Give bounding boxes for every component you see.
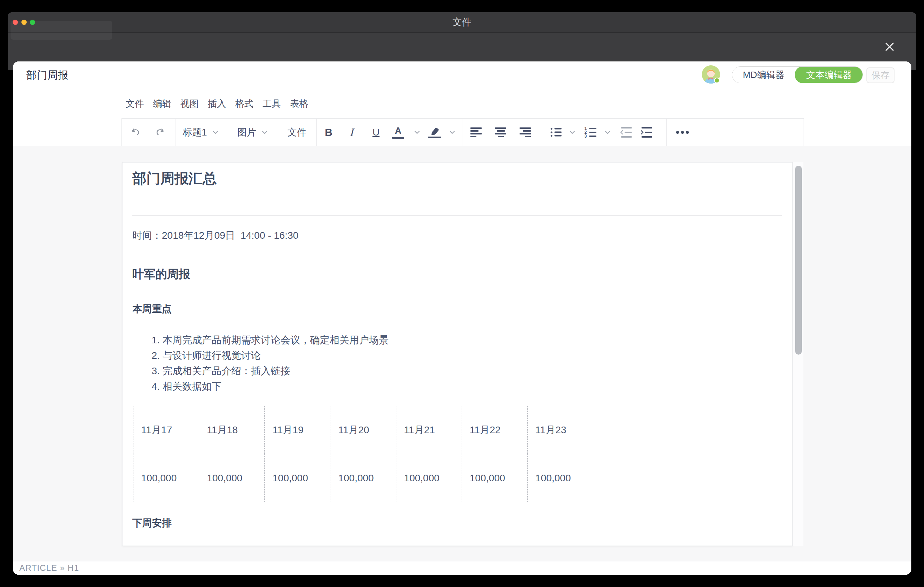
redo-icon — [155, 127, 165, 137]
redo-button[interactable] — [155, 127, 165, 137]
breadcrumb: ARTICLE » H1 — [19, 563, 79, 573]
table-cell[interactable]: 11月21 — [396, 406, 462, 454]
toolbar-divider — [175, 119, 176, 146]
editor-mode-switch: MD编辑器 文本编辑器 — [732, 66, 863, 83]
menu-edit[interactable]: 编辑 — [153, 97, 171, 110]
doc-title: 部门周报汇总 — [132, 170, 216, 187]
table-cell[interactable]: 11月19 — [265, 406, 330, 454]
menu-view[interactable]: 视图 — [180, 97, 199, 110]
bullet-list-icon — [551, 128, 562, 137]
list-item: 相关数据如下 — [163, 379, 389, 394]
list-item: 与设计师进行视觉讨论 — [163, 348, 389, 363]
align-center-button[interactable] — [495, 127, 506, 137]
doc-divider — [132, 255, 782, 255]
align-right-button[interactable] — [520, 127, 531, 137]
toolbar-divider — [540, 119, 540, 146]
doc-divider — [132, 215, 782, 216]
chevron-down-icon — [262, 130, 267, 134]
doc-focus-list: 本周完成产品前期需求讨论会议，确定相关用户场景 与设计师进行视觉讨论 完成相关产… — [132, 333, 389, 394]
doc-data-table: 11月17 11月18 11月19 11月20 11月21 11月22 11月2… — [133, 406, 593, 502]
formatting-toolbar: 标题1 图片 文件 B I U A — [122, 118, 804, 146]
numbered-list-icon: 1 2 3 — [584, 127, 596, 137]
chevron-down-icon — [569, 130, 575, 134]
outdent-icon — [620, 127, 632, 138]
table-row: 100,000 100,000 100,000 100,000 100,000 … — [134, 454, 593, 502]
editor-menubar: 文件 编辑 视图 插入 格式 工具 表格 — [13, 89, 911, 118]
window-title: 文件 — [8, 12, 916, 32]
macos-titlebar: 文件 — [8, 12, 916, 33]
toolbar-divider — [278, 119, 278, 146]
font-color-button[interactable]: A — [392, 126, 404, 139]
toolbar-divider — [666, 119, 667, 146]
highlighter-icon — [428, 126, 441, 139]
highlight-chevron[interactable] — [449, 130, 455, 134]
table-cell[interactable]: 100,000 — [462, 454, 527, 502]
menu-file[interactable]: 文件 — [126, 97, 144, 110]
indent-button[interactable] — [641, 127, 652, 138]
editor-modal: 部门周报 MD编辑器 文本编辑器 保存 文件 — [13, 61, 911, 575]
table-cell[interactable]: 11月18 — [199, 406, 265, 454]
chevron-down-icon — [605, 130, 610, 134]
doc-next-week-heading: 下周安排 — [132, 516, 172, 530]
chevron-down-icon — [414, 130, 420, 134]
bullet-list-chevron[interactable] — [569, 130, 575, 134]
menu-insert[interactable]: 插入 — [208, 97, 226, 110]
numbered-list-chevron[interactable] — [605, 130, 610, 134]
align-center-icon — [495, 127, 506, 137]
font-color-chevron[interactable] — [414, 130, 420, 134]
undo-icon — [130, 127, 141, 137]
background-panel-dimmed — [10, 21, 112, 40]
table-cell[interactable]: 100,000 — [199, 454, 265, 502]
table-cell[interactable]: 100,000 — [134, 454, 199, 502]
menu-format[interactable]: 格式 — [235, 97, 254, 110]
list-item: 完成相关产品介绍：插入链接 — [163, 363, 389, 379]
bullet-list-button[interactable] — [551, 128, 562, 137]
scrollbar-track[interactable] — [793, 162, 804, 546]
image-insert-dropdown[interactable]: 图片 — [237, 126, 267, 139]
menu-table[interactable]: 表格 — [290, 97, 308, 110]
table-cell[interactable]: 100,000 — [396, 454, 462, 502]
table-cell[interactable]: 11月22 — [462, 406, 527, 454]
doc-week-focus-heading: 本周重点 — [132, 302, 172, 316]
table-cell[interactable]: 11月20 — [330, 406, 396, 454]
document-page[interactable]: 部门周报汇总 时间：2018年12月09日 14:00 - 16:30 叶军的周… — [122, 162, 793, 546]
table-cell[interactable]: 11月17 — [134, 406, 199, 454]
doc-time-line: 时间：2018年12月09日 14:00 - 16:30 — [132, 229, 299, 242]
table-cell[interactable]: 100,000 — [265, 454, 330, 502]
table-cell[interactable]: 100,000 — [330, 454, 396, 502]
document-name: 部门周报 — [26, 61, 68, 89]
heading-style-dropdown[interactable]: 标题1 — [183, 126, 218, 139]
chevron-down-icon — [449, 130, 455, 134]
table-cell[interactable]: 100,000 — [527, 454, 593, 502]
italic-button[interactable]: I — [349, 126, 353, 139]
save-button[interactable]: 保存 — [866, 68, 894, 83]
more-dots-icon — [676, 131, 689, 134]
user-avatar[interactable] — [702, 65, 720, 84]
chevron-down-icon — [213, 130, 218, 134]
highlight-button[interactable] — [428, 126, 441, 139]
status-bar: ARTICLE » H1 — [13, 561, 911, 575]
indent-icon — [641, 127, 652, 138]
editor-content-area: 部门周报汇总 时间：2018年12月09日 14:00 - 16:30 叶军的周… — [13, 146, 911, 561]
menu-tools[interactable]: 工具 — [262, 97, 281, 110]
table-row: 11月17 11月18 11月19 11月20 11月21 11月22 11月2… — [134, 406, 593, 454]
scrollbar-thumb[interactable] — [795, 166, 802, 355]
table-cell[interactable]: 11月23 — [527, 406, 593, 454]
font-color-icon: A — [392, 126, 404, 139]
doc-section-heading: 叶军的周报 — [132, 267, 190, 282]
md-editor-button[interactable]: MD编辑器 — [732, 67, 795, 83]
underline-button[interactable]: U — [373, 127, 380, 138]
align-left-icon — [470, 127, 482, 137]
screen: 文件 部门周报 — [0, 0, 924, 587]
align-right-icon — [520, 127, 531, 137]
outdent-button[interactable] — [620, 127, 632, 138]
align-left-button[interactable] — [470, 127, 482, 137]
modal-header: 部门周报 MD编辑器 文本编辑器 保存 — [13, 61, 911, 89]
more-tools-button[interactable] — [676, 131, 689, 134]
numbered-list-button[interactable]: 1 2 3 — [584, 127, 596, 137]
bold-button[interactable]: B — [325, 126, 332, 139]
text-editor-button[interactable]: 文本编辑器 — [795, 66, 863, 83]
file-insert-button[interactable]: 文件 — [287, 126, 307, 139]
close-icon[interactable] — [884, 41, 895, 52]
undo-button[interactable] — [130, 127, 141, 137]
